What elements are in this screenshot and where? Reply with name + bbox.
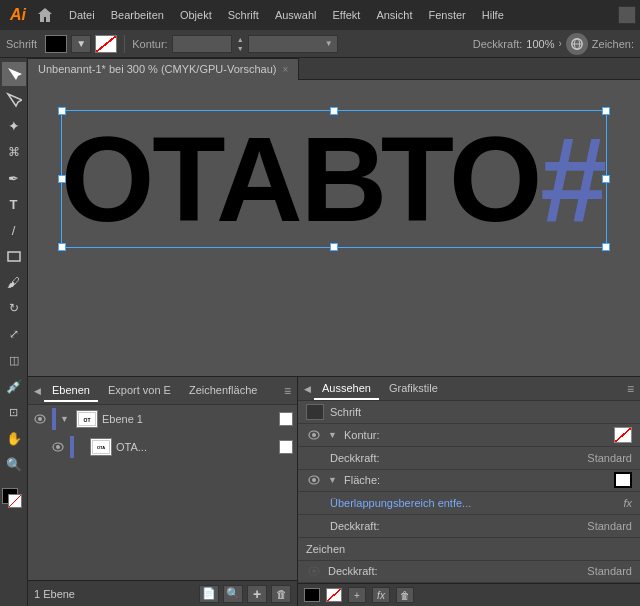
kontur-input[interactable] bbox=[172, 35, 232, 53]
lasso-tool[interactable]: ⌘ bbox=[2, 140, 26, 164]
kontur-chevron-icon: ▼ bbox=[325, 39, 333, 48]
new-appearance-btn[interactable]: + bbox=[348, 587, 366, 603]
pen-tool[interactable]: ✒ bbox=[2, 166, 26, 190]
deckkraft-arrow[interactable]: › bbox=[558, 38, 561, 49]
kontur-type-dropdown[interactable]: ▼ bbox=[248, 35, 338, 53]
ebenen-collapse-btn[interactable]: ◀ bbox=[34, 386, 42, 396]
menu-schrift[interactable]: Schrift bbox=[221, 5, 266, 25]
flaeche-row-label: Fläche: bbox=[344, 474, 608, 486]
delete-appearance-btn[interactable]: 🗑 bbox=[396, 587, 414, 603]
menu-objekt[interactable]: Objekt bbox=[173, 5, 219, 25]
aussehen-panel: ◀ Aussehen Grafikstile ≡ Schrift ▼ Kon bbox=[298, 377, 640, 606]
layer-visibility-ota[interactable] bbox=[50, 439, 66, 455]
kontur-up-arrow[interactable]: ▲ bbox=[237, 35, 244, 44]
ueberlappung-row[interactable]: Überlappungsbereich entfe... fx bbox=[298, 492, 640, 515]
layer-visibility-ebene1[interactable] bbox=[32, 411, 48, 427]
kontur-arrows[interactable]: ▲ ▼ bbox=[237, 35, 244, 53]
stroke-color-swatch[interactable] bbox=[8, 494, 22, 508]
selection-tool[interactable] bbox=[2, 62, 26, 86]
add-layer-btn[interactable]: + bbox=[247, 585, 267, 603]
search-layer-btn[interactable]: 🔍 bbox=[223, 585, 243, 603]
aussehen-collapse-btn[interactable]: ◀ bbox=[304, 384, 312, 394]
grid-icon[interactable] bbox=[618, 6, 636, 24]
fill-dropdown[interactable]: ▼ bbox=[71, 35, 91, 53]
zeichen-deckkraft-value: Standard bbox=[587, 565, 632, 577]
layer-icon-small-ota bbox=[279, 440, 293, 454]
chevron-down-icon: ▼ bbox=[76, 38, 86, 49]
menu-bar: Ai Datei Bearbeiten Objekt Schrift Auswa… bbox=[0, 0, 640, 30]
rectangle-tool[interactable] bbox=[2, 244, 26, 268]
layer-name-ota: OTA... bbox=[116, 441, 275, 453]
tab-aussehen[interactable]: Aussehen bbox=[314, 378, 379, 400]
kontur-label: Kontur: bbox=[132, 38, 167, 50]
zeichen-deckkraft-label: Deckkraft: bbox=[328, 565, 581, 577]
app-logo: Ai bbox=[4, 1, 32, 29]
layer-row-ota[interactable]: OTA OTA... bbox=[28, 433, 297, 461]
tab-ebenen[interactable]: Ebenen bbox=[44, 380, 98, 402]
line-tool[interactable]: / bbox=[2, 218, 26, 242]
flaeche-visibility-icon[interactable] bbox=[306, 472, 322, 488]
fill-swatch[interactable] bbox=[45, 35, 67, 53]
rotate-tool[interactable]: ↻ bbox=[2, 296, 26, 320]
home-icon[interactable] bbox=[34, 4, 56, 26]
menu-fenster[interactable]: Fenster bbox=[421, 5, 472, 25]
kontur-visibility-icon[interactable] bbox=[306, 427, 322, 443]
flaeche-color-swatch[interactable] bbox=[614, 472, 632, 488]
document-tab[interactable]: Unbenannt-1* bei 300 % (CMYK/GPU-Vorscha… bbox=[28, 58, 299, 80]
toolbar-separator bbox=[124, 35, 125, 53]
aussehen-menu-btn[interactable]: ≡ bbox=[627, 382, 634, 396]
artboard-tool[interactable]: ⊡ bbox=[2, 400, 26, 424]
create-layer-btn[interactable]: 📄 bbox=[199, 585, 219, 603]
tool-panel: ✦ ⌘ ✒ T / 🖌 ↻ ⤢ ◫ 💉 ⊡ ✋ 🔍 bbox=[0, 58, 28, 606]
menu-datei[interactable]: Datei bbox=[62, 5, 102, 25]
paintbrush-tool[interactable]: 🖌 bbox=[2, 270, 26, 294]
kontur-expand-icon[interactable]: ▼ bbox=[328, 430, 338, 440]
stroke-swatch[interactable] bbox=[95, 35, 117, 53]
direct-selection-tool[interactable] bbox=[2, 88, 26, 112]
zoom-tool[interactable]: 🔍 bbox=[2, 452, 26, 476]
schrift-color-swatch[interactable] bbox=[306, 404, 324, 420]
ueberlappung-link[interactable]: Überlappungsbereich entfe... bbox=[330, 497, 617, 509]
kontur-color-swatch[interactable] bbox=[614, 427, 632, 443]
type-tool[interactable]: T bbox=[2, 192, 26, 216]
flaeche-deckkraft-row: Deckkraft: Standard bbox=[298, 515, 640, 538]
layer-expand-ebene1[interactable]: ▼ bbox=[60, 414, 72, 424]
aussehen-fill-swatch[interactable] bbox=[304, 588, 320, 602]
aussehen-schrift-header: Schrift bbox=[298, 401, 640, 424]
ebenen-menu-btn[interactable]: ≡ bbox=[284, 384, 291, 398]
kontur-row[interactable]: ▼ Kontur: bbox=[298, 424, 640, 447]
flaeche-expand-icon[interactable]: ▼ bbox=[328, 475, 338, 485]
zeichen-visibility-icon[interactable] bbox=[306, 563, 322, 579]
zeichen-section-label: Zeichen bbox=[306, 543, 632, 555]
kontur-down-arrow[interactable]: ▼ bbox=[237, 44, 244, 53]
menu-bearbeiten[interactable]: Bearbeiten bbox=[104, 5, 171, 25]
tab-zeichenflaeche[interactable]: Zeichenfläche bbox=[181, 380, 266, 402]
scale-tool[interactable]: ⤢ bbox=[2, 322, 26, 346]
menu-ansicht[interactable]: Ansicht bbox=[369, 5, 419, 25]
menu-hilfe[interactable]: Hilfe bbox=[475, 5, 511, 25]
tab-export[interactable]: Export von E bbox=[100, 380, 179, 402]
eyedropper-tool[interactable]: 💉 bbox=[2, 374, 26, 398]
aussehen-stroke-swatch[interactable] bbox=[326, 588, 342, 602]
menu-auswahl[interactable]: Auswahl bbox=[268, 5, 324, 25]
tab-close-button[interactable]: × bbox=[282, 64, 288, 75]
tab-grafikstile[interactable]: Grafikstile bbox=[381, 378, 446, 400]
magic-wand-tool[interactable]: ✦ bbox=[2, 114, 26, 138]
delete-layer-btn[interactable]: 🗑 bbox=[271, 585, 291, 603]
svg-point-11 bbox=[312, 478, 316, 482]
ebenen-panel-header: ◀ Ebenen Export von E Zeichenfläche ≡ bbox=[28, 377, 297, 405]
canvas-viewport[interactable]: ОТАВТО # bbox=[28, 80, 640, 376]
layer-icons-ebene1 bbox=[279, 412, 293, 426]
flaeche-row[interactable]: ▼ Fläche: bbox=[298, 470, 640, 493]
fill-stroke-swatches[interactable] bbox=[2, 488, 26, 512]
flaeche-deckkraft-label: Deckkraft: bbox=[330, 520, 581, 532]
menu-effekt[interactable]: Effekt bbox=[325, 5, 367, 25]
globe-icon[interactable] bbox=[566, 33, 588, 55]
layer-row-ebene1[interactable]: ▼ OT Ebene 1 bbox=[28, 405, 297, 433]
gradient-tool[interactable]: ◫ bbox=[2, 348, 26, 372]
kontur-deckkraft-value: Standard bbox=[587, 452, 632, 464]
layer-count-label: 1 Ebene bbox=[34, 588, 75, 600]
hand-tool[interactable]: ✋ bbox=[2, 426, 26, 450]
layer-icon-small-ebene1 bbox=[279, 412, 293, 426]
fx-btn[interactable]: fx bbox=[372, 587, 390, 603]
